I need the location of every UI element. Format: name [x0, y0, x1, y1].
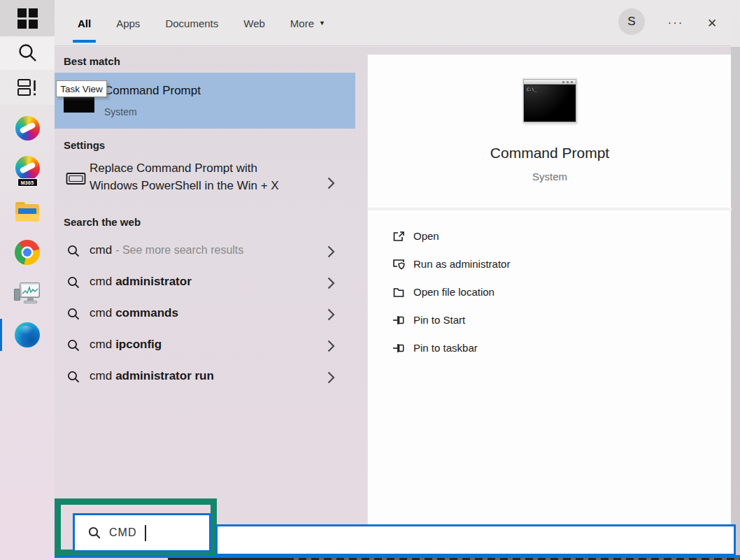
search-flyout-header: All Apps Documents Web More ▼ S ··· ✕: [55, 0, 731, 46]
action-open[interactable]: Open: [368, 222, 732, 250]
settings-result-label: Replace Command Prompt with Windows Powe…: [90, 159, 308, 194]
settings-header: Settings: [64, 139, 105, 151]
file-explorer-icon: [15, 202, 39, 222]
edge-icon: [15, 322, 40, 347]
tab-all[interactable]: All: [77, 1, 92, 46]
divider: [368, 208, 732, 210]
search-web-header: Search the web: [64, 216, 141, 228]
performance-monitor-icon: [14, 282, 41, 305]
search-icon: [17, 43, 38, 64]
preview-title: Command Prompt: [368, 145, 732, 161]
results-pane: Best match Command Prompt System Setting…: [55, 47, 367, 560]
edge-button[interactable]: [0, 320, 55, 350]
action-pin-to-start[interactable]: Pin to Start: [368, 306, 732, 334]
task-view-button[interactable]: [0, 70, 55, 105]
search-input[interactable]: CMD: [73, 513, 211, 552]
redacted-taskbar-bar: [215, 524, 736, 556]
avatar[interactable]: S: [618, 8, 645, 35]
web-suggestion-row[interactable]: cmdadministrator: [55, 267, 355, 299]
web-suggestion-row[interactable]: cmdipconfig: [55, 330, 355, 361]
m365-copilot-button[interactable]: M365: [0, 155, 55, 187]
chevron-right-icon: [327, 177, 335, 189]
best-match-subtitle: System: [104, 106, 137, 117]
chevron-right-icon: [327, 371, 335, 384]
windows-logo-icon: [17, 8, 38, 29]
chevron-right-icon: [327, 277, 335, 289]
chrome-button[interactable]: [0, 238, 55, 266]
search-icon: [67, 308, 80, 321]
web-suggestion-row[interactable]: cmdcommands: [55, 299, 355, 330]
file-explorer-button[interactable]: [0, 199, 55, 225]
open-icon: [392, 229, 406, 243]
close-button[interactable]: ✕: [698, 0, 726, 46]
taskbar-search-button[interactable]: [0, 36, 55, 70]
action-run-as-administrator[interactable]: Run as administrator: [368, 250, 732, 278]
tooltip: Task View: [56, 80, 107, 97]
copilot-icon: [15, 116, 40, 141]
action-pin-to-taskbar[interactable]: Pin to taskbar: [368, 334, 732, 362]
search-input-value: CMD: [109, 526, 136, 539]
chevron-right-icon: [327, 308, 335, 321]
admin-shield-icon: [392, 257, 406, 271]
desktop-edge-strip: [731, 47, 740, 560]
chrome-icon: [15, 240, 40, 265]
best-match-header: Best match: [64, 55, 120, 67]
preview-pane: C:\_ Command Prompt System Open Run as a…: [367, 55, 731, 560]
text-caret: [145, 525, 146, 541]
taskbar: M365: [0, 0, 55, 560]
overflow-menu-button[interactable]: ···: [662, 0, 690, 46]
settings-result[interactable]: Replace Command Prompt with Windows Powe…: [55, 158, 355, 208]
search-icon: [88, 526, 101, 540]
tab-documents[interactable]: Documents: [164, 1, 219, 46]
chevron-right-icon: [327, 340, 335, 352]
action-open-file-location[interactable]: Open file location: [368, 278, 732, 306]
search-icon: [67, 276, 80, 289]
pin-icon: [392, 313, 406, 327]
command-prompt-large-icon: C:\_: [523, 79, 576, 122]
preview-subtitle: System: [368, 171, 732, 182]
edge-active-indicator: [0, 319, 2, 351]
tab-web[interactable]: Web: [243, 1, 266, 46]
tab-apps[interactable]: Apps: [115, 1, 141, 46]
search-icon: [67, 245, 80, 258]
tab-more[interactable]: More ▼: [290, 1, 326, 46]
chevron-down-icon: ▼: [319, 20, 325, 27]
start-button[interactable]: [0, 0, 55, 36]
chevron-right-icon: [327, 245, 335, 258]
folder-icon: [392, 285, 406, 299]
performance-monitor-button[interactable]: [0, 280, 55, 308]
task-view-icon: [17, 78, 38, 97]
pin-icon: [392, 341, 406, 355]
search-icon: [67, 371, 80, 384]
best-match-title: Command Prompt: [104, 84, 201, 98]
web-suggestion-row[interactable]: cmdadministrator run: [55, 361, 355, 393]
web-suggestion-row[interactable]: cmd- See more search results: [55, 236, 355, 267]
settings-device-icon: [66, 171, 87, 187]
search-icon: [67, 339, 80, 352]
filter-tabs: All Apps Documents Web More ▼: [77, 0, 326, 46]
copilot-button[interactable]: [0, 114, 55, 142]
m365-badge: M365: [17, 178, 38, 187]
m365-copilot-icon: [15, 156, 40, 180]
